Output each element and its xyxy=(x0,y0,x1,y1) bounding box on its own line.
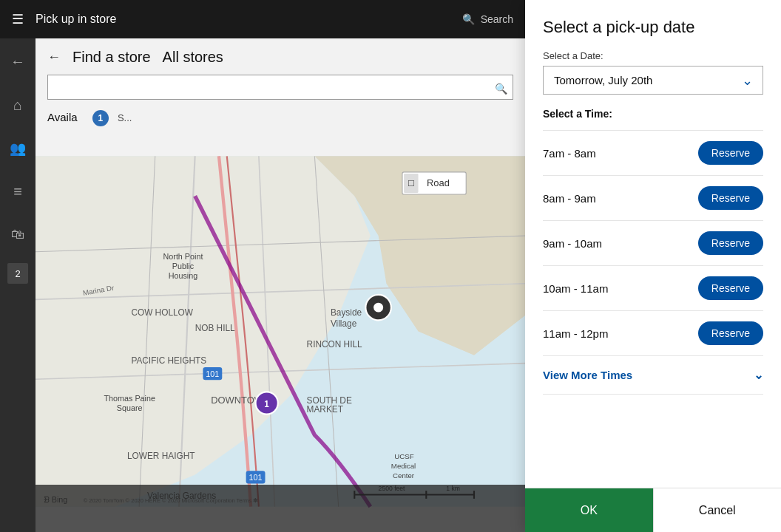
people-icon[interactable]: 👥 xyxy=(4,134,32,163)
time-text-1: 8am - 9am xyxy=(543,192,596,205)
top-bar: ☰ Pick up in store 🔍 Search xyxy=(0,0,525,38)
svg-text:LOWER HAIGHT: LOWER HAIGHT xyxy=(127,451,195,461)
store-search-icon: 🔍 xyxy=(495,83,507,95)
svg-text:Bayside: Bayside xyxy=(331,307,362,318)
reserve-button-4[interactable]: Reserve xyxy=(698,321,763,345)
svg-text:COW HOLLOW: COW HOLLOW xyxy=(131,307,193,318)
svg-text:Square: Square xyxy=(117,403,143,412)
time-slot-3: 10am - 11am Reserve xyxy=(543,266,763,311)
date-select[interactable]: Tomorrow, July 20th Monday, July 21st Tu… xyxy=(543,66,763,95)
svg-point-35 xyxy=(373,303,383,313)
view-more-chevron-icon: ⌄ xyxy=(754,368,763,382)
sidebar: ← ⌂ 👥 ≡ 🛍 2 xyxy=(0,38,36,532)
reserve-button-3[interactable]: Reserve xyxy=(698,276,763,300)
store-search-input[interactable] xyxy=(47,75,513,100)
date-select-wrapper: Tomorrow, July 20th Monday, July 21st Tu… xyxy=(543,66,763,95)
time-label: Select a Time: xyxy=(543,108,763,120)
svg-text:Road: Road xyxy=(427,177,450,188)
cancel-button[interactable]: Cancel xyxy=(653,488,782,532)
svg-text:MARKET: MARKET xyxy=(307,404,343,415)
time-text-3: 10am - 11am xyxy=(543,282,608,295)
panel-title: Select a pick-up date xyxy=(543,18,763,37)
time-text-2: 9am - 10am xyxy=(543,237,602,250)
pickup-panel: Select a pick-up date Select a Date: Tom… xyxy=(525,0,781,532)
svg-text:101: 101 xyxy=(249,473,263,482)
reserve-button-0[interactable]: Reserve xyxy=(698,141,763,165)
bag-icon[interactable]: 🛍 xyxy=(5,221,30,248)
store-number-badge: 1 xyxy=(92,110,109,126)
back-button[interactable]: ← xyxy=(47,50,61,65)
map-bottom-overlay xyxy=(36,485,525,532)
search-label[interactable]: Search xyxy=(481,13,513,25)
svg-text:NOB HILL: NOB HILL xyxy=(195,324,235,334)
view-more-label: View More Times xyxy=(543,369,632,381)
svg-text:1: 1 xyxy=(264,399,269,409)
svg-text:Village: Village xyxy=(331,318,357,329)
svg-text:Thomas Paine: Thomas Paine xyxy=(104,394,155,403)
store-title: Find a store xyxy=(72,49,151,66)
store-header: ← Find a store All stores xyxy=(36,38,525,72)
view-more-times[interactable]: View More Times ⌄ xyxy=(543,356,763,395)
svg-text:Center: Center xyxy=(393,471,415,480)
hamburger-icon[interactable]: ☰ xyxy=(12,11,24,27)
number-2-badge: 2 xyxy=(7,263,28,284)
time-slot-2: 9am - 10am Reserve xyxy=(543,221,763,266)
left-panel: ☰ Pick up in store 🔍 Search ← ⌂ 👥 ≡ 🛍 2 … xyxy=(0,0,525,532)
time-slot-0: 7am - 8am Reserve xyxy=(543,130,763,176)
svg-text:UCSF: UCSF xyxy=(394,452,413,460)
store-info-text: S... xyxy=(118,112,132,123)
date-label: Select a Date: xyxy=(543,50,763,61)
main-content: ← Find a store All stores 🔍 Availa 1 S..… xyxy=(36,38,525,532)
time-slot-4: 11am - 12pm Reserve xyxy=(543,311,763,356)
app-title: Pick up in store xyxy=(36,13,450,26)
all-stores-label: All stores xyxy=(163,49,223,66)
reserve-button-1[interactable]: Reserve xyxy=(698,186,763,210)
menu-lines-icon[interactable]: ≡ xyxy=(7,177,28,206)
ok-button[interactable]: OK xyxy=(525,488,653,532)
available-bar: Availa 1 S... xyxy=(36,106,525,131)
search-bar-top: 🔍 Search xyxy=(462,13,513,25)
footer-buttons: OK Cancel xyxy=(525,488,781,532)
svg-text:Medical: Medical xyxy=(391,462,416,470)
svg-text:PACIFIC HEIGHTS: PACIFIC HEIGHTS xyxy=(131,355,206,366)
home-icon[interactable]: ⌂ xyxy=(7,91,28,120)
time-text-4: 11am - 12pm xyxy=(543,327,608,340)
svg-text:Public: Public xyxy=(172,262,195,270)
map-svg: COW HOLLOW PACIFIC HEIGHTS DOWNTOWN LOWE… xyxy=(36,131,525,532)
store-search-row: 🔍 xyxy=(36,72,525,106)
available-label: Availa xyxy=(47,111,78,123)
svg-text:SOUTH DE: SOUTH DE xyxy=(307,395,352,406)
map-container[interactable]: COW HOLLOW PACIFIC HEIGHTS DOWNTOWN LOWE… xyxy=(36,131,525,532)
svg-text:Housing: Housing xyxy=(169,271,198,280)
time-slot-1: 8am - 9am Reserve xyxy=(543,176,763,221)
time-slots: 7am - 8am Reserve 8am - 9am Reserve 9am … xyxy=(543,130,763,356)
time-text-0: 7am - 8am xyxy=(543,147,596,160)
svg-text:101: 101 xyxy=(206,369,219,378)
svg-text:RINCON HILL: RINCON HILL xyxy=(307,339,362,349)
reserve-button-2[interactable]: Reserve xyxy=(698,231,763,255)
search-icon-top: 🔍 xyxy=(462,13,475,25)
svg-text:☐: ☐ xyxy=(408,179,415,188)
back-icon[interactable]: ← xyxy=(4,47,31,76)
svg-text:North Point: North Point xyxy=(163,252,203,261)
